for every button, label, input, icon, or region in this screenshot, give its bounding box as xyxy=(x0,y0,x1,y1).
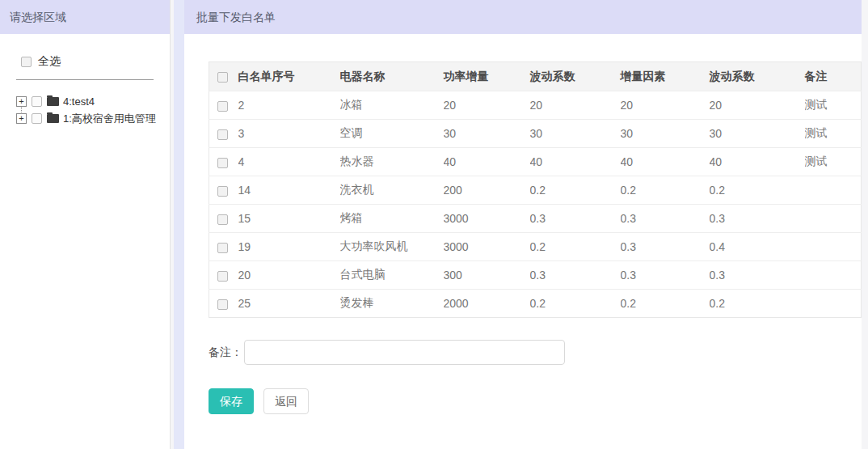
table-row: 19大功率吹风机30000.20.30.4 xyxy=(209,233,862,261)
table-cell: 0.3 xyxy=(621,205,710,233)
tree-node-checkbox[interactable] xyxy=(32,96,42,107)
table-row: 14洗衣机2000.20.20.2 xyxy=(209,176,862,205)
row-checkbox-cell xyxy=(209,91,238,120)
sidebar-body: 全选 +4:test4+1:高校宿舍用电管理 xyxy=(0,34,170,127)
header-checkbox-cell xyxy=(209,62,238,91)
select-all-label: 全选 xyxy=(38,54,61,69)
row-checkbox[interactable] xyxy=(217,158,228,168)
main-body: 白名单序号电器名称功率增量波动系数增量因素波动系数备注 2冰箱20202020测… xyxy=(184,34,862,414)
table-cell xyxy=(805,205,862,233)
row-checkbox[interactable] xyxy=(217,299,228,310)
row-checkbox-cell xyxy=(209,261,238,290)
remark-row: 备注： xyxy=(209,340,862,365)
table-cell: 0.2 xyxy=(710,290,805,318)
table-cell: 19 xyxy=(238,233,340,261)
table-cell: 20 xyxy=(621,91,710,120)
table-cell: 热水器 xyxy=(340,148,444,176)
table-cell: 20 xyxy=(530,91,621,120)
region-sidebar: 请选择区域 全选 +4:test4+1:高校宿舍用电管理 xyxy=(0,0,171,449)
table-cell: 20 xyxy=(710,91,805,120)
tree-node: +4:test4 xyxy=(16,93,170,110)
row-checkbox-cell xyxy=(209,120,238,148)
select-all-row: 全选 xyxy=(0,54,170,69)
table-cell: 烫发棒 xyxy=(340,290,444,318)
table-cell: 测试 xyxy=(805,148,862,176)
whitelist-panel: 批量下发白名单 白名单序号电器名称功率增量波动系数增量因素波动系数备注 2冰箱2… xyxy=(184,0,862,449)
page-title: 批量下发白名单 xyxy=(184,0,862,34)
table-cell: 3000 xyxy=(444,205,530,233)
table-cell: 0.2 xyxy=(530,290,621,318)
column-header: 波动系数 xyxy=(710,62,805,91)
table-cell: 0.2 xyxy=(621,176,710,205)
table-cell: 0.3 xyxy=(621,261,710,290)
column-header: 波动系数 xyxy=(530,62,621,91)
table-cell: 0.2 xyxy=(621,290,710,318)
table-cell: 台式电脑 xyxy=(340,261,444,290)
table-body: 2冰箱20202020测试3空调30303030测试4热水器40404040测试… xyxy=(209,91,862,318)
table-cell: 测试 xyxy=(805,91,862,120)
tree-node: +1:高校宿舍用电管理 xyxy=(16,110,170,127)
row-checkbox[interactable] xyxy=(217,186,228,197)
table-cell: 2 xyxy=(238,91,340,120)
table-cell: 15 xyxy=(238,205,340,233)
table-cell: 0.3 xyxy=(530,205,621,233)
row-checkbox[interactable] xyxy=(217,101,228,112)
table-cell xyxy=(805,233,862,261)
table-cell: 14 xyxy=(238,176,340,205)
table-header-row: 白名单序号电器名称功率增量波动系数增量因素波动系数备注 xyxy=(209,62,862,91)
table-cell: 洗衣机 xyxy=(340,176,444,205)
table-cell: 4 xyxy=(238,148,340,176)
row-checkbox-cell xyxy=(209,233,238,261)
table-cell: 0.3 xyxy=(530,261,621,290)
table-cell: 冰箱 xyxy=(340,91,444,120)
tree-node-label[interactable]: 1:高校宿舍用电管理 xyxy=(63,112,156,126)
table-cell: 20 xyxy=(238,261,340,290)
table-cell: 0.3 xyxy=(621,233,710,261)
row-checkbox[interactable] xyxy=(217,129,228,140)
row-checkbox[interactable] xyxy=(217,243,228,253)
back-button[interactable]: 返回 xyxy=(263,388,309,414)
folder-icon xyxy=(47,114,59,123)
table-row: 4热水器40404040测试 xyxy=(209,148,862,176)
table-cell: 25 xyxy=(238,290,340,318)
table-row: 15烤箱30000.30.30.3 xyxy=(209,205,862,233)
select-all-checkbox[interactable] xyxy=(21,57,32,67)
remark-label: 备注： xyxy=(209,345,242,360)
table-cell xyxy=(805,261,862,290)
panel-divider xyxy=(174,0,184,449)
table-cell: 0.4 xyxy=(710,233,805,261)
folder-icon xyxy=(47,97,59,106)
row-checkbox-cell xyxy=(209,176,238,205)
table-cell: 0.2 xyxy=(530,176,621,205)
remark-input[interactable] xyxy=(244,340,565,365)
tree-node-checkbox[interactable] xyxy=(32,113,42,124)
select-all-rows-checkbox[interactable] xyxy=(217,72,228,83)
table-cell xyxy=(805,290,862,318)
tree-node-label[interactable]: 4:test4 xyxy=(63,95,95,108)
row-checkbox[interactable] xyxy=(217,214,228,225)
table-row: 2冰箱20202020测试 xyxy=(209,91,862,120)
column-header: 增量因素 xyxy=(621,62,710,91)
expand-icon[interactable]: + xyxy=(16,113,27,124)
column-header: 电器名称 xyxy=(340,62,444,91)
table-cell: 30 xyxy=(530,120,621,148)
table-cell: 30 xyxy=(444,120,530,148)
row-checkbox-cell xyxy=(209,205,238,233)
table-cell: 测试 xyxy=(805,120,862,148)
column-header: 功率增量 xyxy=(444,62,530,91)
save-button[interactable]: 保存 xyxy=(209,388,254,414)
table-cell: 200 xyxy=(444,176,530,205)
table-row: 3空调30303030测试 xyxy=(209,120,862,148)
table-cell: 30 xyxy=(710,120,805,148)
table-cell: 3 xyxy=(238,120,340,148)
column-header: 备注 xyxy=(805,62,862,91)
table-cell: 300 xyxy=(444,261,530,290)
table-cell: 30 xyxy=(621,120,710,148)
sidebar-title: 请选择区域 xyxy=(0,0,170,34)
table-cell: 空调 xyxy=(340,120,444,148)
table-cell: 0.3 xyxy=(710,205,805,233)
region-tree: +4:test4+1:高校宿舍用电管理 xyxy=(0,93,170,127)
table-cell: 2000 xyxy=(444,290,530,318)
row-checkbox[interactable] xyxy=(217,271,228,282)
row-checkbox-cell xyxy=(209,290,238,318)
